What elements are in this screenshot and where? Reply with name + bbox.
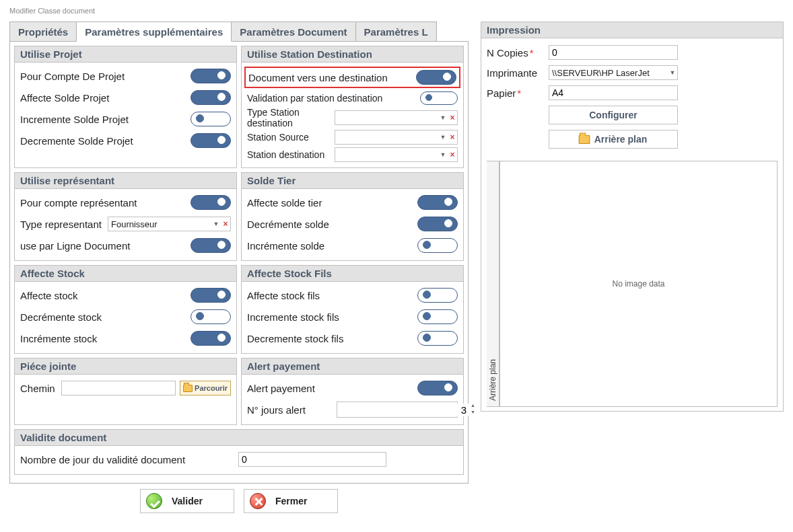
lbl-pour-compte-projet: Pour Compte De Projet [20,71,191,82]
chevron-down-icon[interactable]: ▼ [438,114,448,121]
toggle-alert-payement[interactable] [417,381,458,395]
input-chemin[interactable] [61,381,176,395]
stepper-n-jours-alert[interactable]: ▲▼ [337,402,458,418]
input-nj-valid[interactable] [238,452,386,467]
input-ncopies[interactable] [549,45,678,60]
lbl-chemin: Chemin [20,383,57,394]
toggle-affecte-solde-tier[interactable] [417,195,458,210]
toggle-dec-stock-fils[interactable] [417,331,458,346]
chevron-down-icon[interactable]: ▼ [668,69,677,76]
lbl-inc-stock-fils: Incremente stock fils [247,311,417,323]
clear-icon[interactable]: × [221,219,230,229]
valider-label: Valider [172,496,203,506]
spin-down-icon[interactable]: ▼ [471,410,475,416]
input-papier[interactable] [549,85,678,100]
toggle-pour-compte-rep[interactable] [191,195,231,210]
lbl-n-jours-alert: N° jours alert [247,404,337,416]
lbl-use-ligne-doc: use par Ligne Document [20,240,191,252]
group-representant: Utilise représentant Pour compte représe… [14,172,237,261]
spin-up-icon[interactable]: ▲ [471,403,475,410]
valider-button[interactable]: Valider [140,489,234,513]
tab-params-sup[interactable]: Paramètres supplémentaires [76,22,232,42]
side-tab-arriere-plan[interactable]: Arrière plan [487,161,499,407]
clear-icon[interactable]: × [448,132,457,142]
lbl-imprimante: Imprimante [487,67,537,79]
toggle-use-ligne-doc[interactable] [191,238,231,253]
fermer-button[interactable]: Fermer [244,489,338,513]
combo-type-rep[interactable]: Fournisseur ▼ × [108,217,231,231]
toggle-inc-solde[interactable] [417,238,458,253]
lbl-inc-stock: Incrémente stock [20,333,191,344]
combo-station-dest[interactable]: ▼× [335,147,458,162]
lbl-affecte-stock: Affecte stock [20,290,191,301]
lbl-station-source: Station Source [247,132,335,143]
toggle-affecte-solde-projet[interactable] [191,90,231,105]
lbl-dec-stock-fils: Decremente stock fils [247,333,417,344]
input-n-jours-alert[interactable] [337,404,471,416]
lbl-nj-valid: Nombre de jour du validité document [20,454,229,465]
preview-placeholder: No image data [612,279,664,289]
chevron-down-icon[interactable]: ▼ [438,134,448,141]
combo-imprimante[interactable]: \\SERVEUR\HP LaserJet ▼ [549,65,678,80]
group-piece-jointe: Piéce jointe Chemin Parcourir [14,358,237,425]
lbl-type-rep: Type representant [20,219,108,230]
toggle-dec-solde-projet[interactable] [191,133,231,148]
folder-icon [183,385,193,392]
group-representant-title: Utilise représentant [15,173,236,189]
group-impression-title: Impression [481,22,783,38]
group-solde-tier-title: Solde Tier [242,173,463,189]
toggle-dec-stock[interactable] [191,309,231,324]
chevron-down-icon[interactable]: ▼ [438,151,448,158]
combo-type-station[interactable]: ▼× [335,110,458,125]
lbl-pour-compte-rep: Pour compte représentant [20,197,191,208]
group-stock: Affecte Stock Affecte stock Decrémente s… [14,265,237,354]
group-impression: Impression N Copies* Imprimante \\SERVEU… [481,22,784,412]
browse-button[interactable]: Parcourir [180,381,231,395]
chevron-down-icon[interactable]: ▼ [211,221,221,227]
tab-bar: Propriétés Paramètres supplémentaires Pa… [9,22,469,42]
toggle-inc-stock-fils[interactable] [417,309,458,324]
lbl-doc-vers-dest: Document vers une destination [248,72,416,83]
group-stock-fils: Affecte Stock Fils Affecte stock fils In… [241,265,464,354]
lbl-affecte-stock-fils: Affecte stock fils [247,290,417,301]
lbl-dec-solde-projet: Decremente Solde Projet [20,135,191,147]
toggle-affecte-stock[interactable] [191,288,231,303]
configurer-button[interactable]: Configurer [549,106,678,124]
close-icon [250,493,266,509]
toggle-pour-compte-projet[interactable] [191,69,231,83]
browse-label: Parcourir [195,384,228,392]
toggle-affecte-stock-fils[interactable] [417,288,458,303]
arriere-plan-button[interactable]: Arrière plan [549,130,678,149]
combo-imprimante-value: \\SERVEUR\HP LaserJet [549,68,668,78]
tab-params-l[interactable]: Paramètres L [355,22,437,41]
tab-proprietes[interactable]: Propriétés [9,22,77,41]
lbl-dec-solde: Decrémente solde [247,219,417,230]
fermer-label: Fermer [275,496,307,506]
clear-icon[interactable]: × [448,113,457,122]
toggle-validation-station[interactable] [420,91,458,105]
clear-icon[interactable]: × [448,150,457,159]
lbl-inc-solde: Incrémente solde [247,240,417,252]
lbl-affecte-solde-projet: Affecte Solde Projet [20,92,191,104]
group-validite-title: Validite document [15,430,463,446]
group-solde-tier: Solde Tier Affecte solde tier Decrémente… [241,172,464,261]
group-piece-jointe-title: Piéce jointe [15,358,236,375]
combo-type-rep-value: Fournisseur [108,219,211,229]
group-projet: Utilise Projet Pour Compte De Projet Aff… [14,46,237,168]
lbl-station-dest: Station destination [247,149,335,160]
toggle-doc-vers-dest[interactable] [416,70,456,85]
group-projet-title: Utilise Projet [15,46,236,63]
group-alert-payement-title: Alert payement [242,358,463,375]
group-station-title: Utilise Station Destination [242,46,463,63]
toggle-inc-solde-projet[interactable] [191,112,231,126]
folder-icon [578,135,590,143]
lbl-inc-solde-projet: Incremente Solde Projet [20,114,191,125]
toggle-dec-solde[interactable] [417,217,458,231]
lbl-validation-station: Validation par station destination [247,93,420,104]
lbl-alert-payement: Alert payement [247,383,417,394]
toggle-inc-stock[interactable] [191,331,231,346]
lbl-dec-stock: Decrémente stock [20,311,191,323]
lbl-affecte-solde-tier: Affecte solde tier [247,197,417,208]
combo-station-source[interactable]: ▼× [335,130,458,145]
tab-params-doc[interactable]: Paramètres Document [231,22,355,41]
